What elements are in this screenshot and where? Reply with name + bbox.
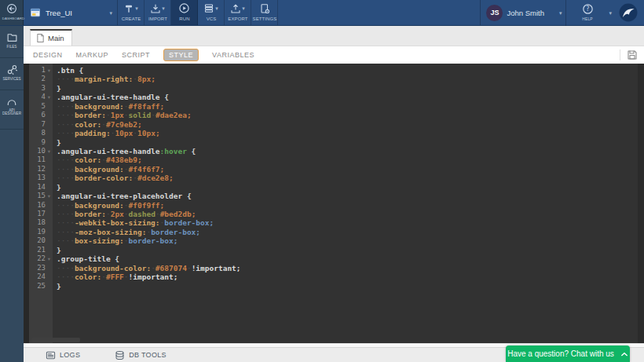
gutter-row: 10▾	[29, 147, 53, 155]
question-circle-icon: ?	[582, 3, 594, 15]
gutter-row: 1▾	[29, 66, 53, 75]
code-line[interactable]: .group-title {	[57, 254, 638, 263]
menu-settings[interactable]: SETTINGS	[251, 0, 278, 25]
code-line[interactable]: ····-webkit-box-sizing:·border-box;	[57, 218, 638, 227]
line-number: 10	[29, 147, 46, 155]
user-name[interactable]: John Smith	[507, 9, 555, 17]
code-line[interactable]: }	[57, 84, 638, 93]
gutter-row: 22▾	[29, 254, 53, 263]
tab-design[interactable]: DESIGN	[33, 51, 63, 59]
fold-marker[interactable]: ▾	[46, 192, 53, 200]
code-line[interactable]: }	[57, 246, 638, 254]
save-icon[interactable]	[627, 49, 638, 60]
code-line[interactable]: ····color:·#FFF·!important;	[57, 272, 638, 281]
fold-marker[interactable]: ▾	[46, 147, 53, 155]
sidebar-item-services[interactable]: SERVICES	[0, 58, 24, 90]
menu-import[interactable]: ▾IMPORT	[145, 0, 171, 25]
gutter-row: 3	[29, 84, 53, 93]
gutter-row: 14	[29, 183, 53, 192]
code-line[interactable]: .btn {	[57, 66, 638, 75]
gutter-row: 12	[29, 165, 53, 174]
fold-marker[interactable]: ▾	[46, 66, 53, 75]
menu-label: SETTINGS	[251, 16, 278, 21]
line-number: 6	[29, 111, 46, 119]
menu-run[interactable]: RUN	[171, 0, 198, 25]
topbar-spacer	[278, 0, 480, 25]
sidebar-item-api-designer[interactable]: API DESIGNER	[0, 90, 24, 130]
sidebar-item-label: API DESIGNER	[2, 108, 22, 115]
arc-icon	[5, 96, 18, 107]
code-line[interactable]: ····margin-right:·8px;	[57, 75, 638, 83]
editor-hscroll-handle[interactable]	[31, 338, 80, 342]
fold-marker[interactable]: ▾	[46, 254, 53, 263]
db-tools-label: DB TOOLS	[129, 351, 166, 359]
code-line[interactable]: ····background:·#f4f6f7;	[57, 165, 638, 174]
code-line[interactable]: ····border:·2px·dashed·#bed2db;	[57, 210, 638, 218]
gutter-row: 5	[29, 102, 53, 111]
gutter-row: 20	[29, 236, 53, 245]
subtab-row: DESIGNMARKUPSCRIPTSTYLEVARIABLES	[24, 46, 644, 64]
chevron-down-icon[interactable]: ▾	[609, 10, 612, 16]
code-editor[interactable]: 1▾234▾5678910▾1112131415▾16171819202122▾…	[24, 64, 644, 343]
tab-style[interactable]: STYLE	[163, 49, 199, 61]
code-line[interactable]: }	[57, 282, 638, 291]
avatar[interactable]: JS	[486, 5, 503, 21]
chat-label: Have a question? Chat with us	[507, 349, 614, 358]
code-line[interactable]: ····background:·#f8faff;	[57, 102, 638, 111]
dashboard-button[interactable]: DASHBOARD	[0, 0, 24, 25]
menu-label: CREATE	[118, 16, 145, 21]
gutter-row: 13	[29, 174, 53, 182]
line-number: 7	[29, 120, 46, 129]
tab-script[interactable]: SCRIPT	[122, 51, 150, 59]
code-line[interactable]: ····color:·#7c9eb2;	[57, 120, 638, 129]
menu-label: EXPORT	[225, 16, 251, 21]
code-line[interactable]: ····border:·1px·solid·#dae2ea;	[57, 111, 638, 119]
chevron-down-icon[interactable]: ▾	[559, 10, 562, 16]
line-number: 8	[29, 129, 46, 137]
chat-button[interactable]: Have a question? Chat with us	[506, 346, 630, 362]
sidebar-item-label: FILES	[2, 45, 22, 49]
code-line[interactable]: .angular-ui-tree-handle {	[57, 93, 638, 101]
code-line[interactable]: ····padding:·10px·10px;	[57, 129, 638, 137]
arrow-left-circle-icon	[6, 3, 17, 14]
chevron-down-icon: ▾	[135, 5, 138, 11]
code-line[interactable]: .angular-ui-tree-placeholder {	[57, 192, 638, 200]
gutter-row: 6	[29, 111, 53, 119]
sidebar-item-files[interactable]: FILES	[0, 26, 24, 58]
fold-marker[interactable]: ▾	[46, 93, 53, 101]
gutter-row: 17	[29, 210, 53, 218]
sidebar-item-label: SERVICES	[2, 77, 22, 81]
code-line[interactable]: ····box-sizing:·border-box;	[57, 236, 638, 245]
tab-variables[interactable]: VARIABLES	[212, 51, 254, 59]
database-icon	[115, 350, 125, 360]
subtabs: DESIGNMARKUPSCRIPTSTYLEVARIABLES	[33, 49, 254, 61]
code-line[interactable]: .angular-ui-tree-handle:hover {	[57, 147, 638, 155]
line-number: 2	[29, 75, 46, 83]
db-tools-button[interactable]: DB TOOLS	[115, 350, 166, 360]
code-line[interactable]: ····-moz-box-sizing:·border-box;	[57, 228, 638, 236]
divider	[620, 49, 620, 60]
code-lines[interactable]: .btn {····margin-right:·8px;}.angular-ui…	[53, 64, 638, 343]
menu-export[interactable]: ▾EXPORT	[225, 0, 251, 25]
code-line[interactable]: }	[57, 183, 638, 192]
tab-markup[interactable]: MARKUP	[76, 51, 109, 59]
code-line[interactable]: }	[57, 138, 638, 147]
help-button[interactable]: ? HELP	[570, 3, 605, 23]
gutter-lines: 1▾234▾5678910▾1112131415▾16171819202122▾…	[29, 64, 53, 343]
code-line[interactable]: ····color:·#438eb9;	[57, 155, 638, 164]
code-line[interactable]: ····border-color:·#dce2e8;	[57, 174, 638, 182]
line-number: 11	[29, 155, 46, 164]
code-line[interactable]: ····background:·#f0f9ff;	[57, 201, 638, 210]
menu-vcs[interactable]: ▾VCS	[198, 0, 225, 25]
tab-main[interactable]: Main	[30, 29, 72, 46]
project-selector[interactable]: Tree_UI ▾	[24, 0, 118, 25]
import-tray-icon	[150, 3, 161, 14]
ide-window: DASHBOARD Tree_UI ▾ ▾CREATE▾IMPORTRUN▾VC…	[0, 0, 644, 362]
menu-create[interactable]: ▾CREATE	[118, 0, 145, 25]
page-gear-icon	[259, 3, 270, 14]
vertical-scrollbar[interactable]	[638, 64, 644, 343]
code-line[interactable]: ····background-color:·#687074·!important…	[57, 264, 638, 272]
line-number: 22	[29, 254, 46, 263]
logs-button[interactable]: LOGS	[46, 350, 80, 360]
line-number: 1	[29, 66, 46, 75]
